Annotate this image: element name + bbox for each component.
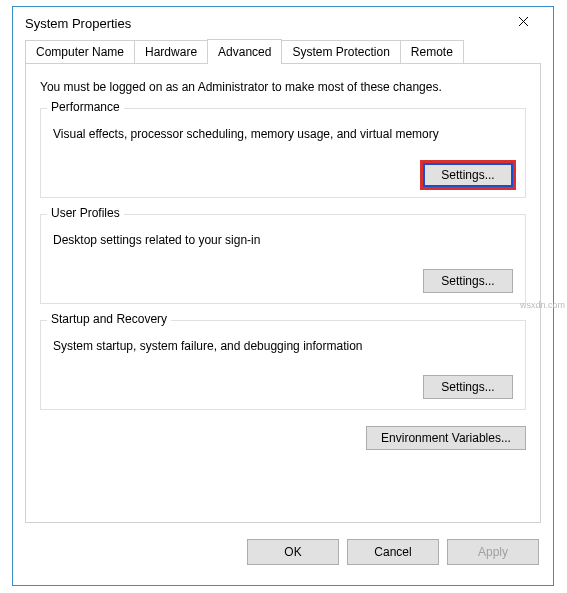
window-title: System Properties <box>25 16 131 31</box>
user-profiles-group: User Profiles Desktop settings related t… <box>40 214 526 304</box>
system-properties-dialog: System Properties A PUALS Computer Name … <box>12 6 554 586</box>
intro-text: You must be logged on as an Administrato… <box>40 80 526 94</box>
dialog-button-bar: OK Cancel Apply <box>13 531 553 575</box>
user-profiles-legend: User Profiles <box>47 206 124 220</box>
close-button[interactable] <box>503 9 543 37</box>
ok-button[interactable]: OK <box>247 539 339 565</box>
performance-desc: Visual effects, processor scheduling, me… <box>53 127 513 141</box>
tab-remote[interactable]: Remote <box>400 40 464 63</box>
startup-recovery-settings-button[interactable]: Settings... <box>423 375 513 399</box>
tab-strip: Computer Name Hardware Advanced System P… <box>13 39 553 63</box>
startup-recovery-legend: Startup and Recovery <box>47 312 171 326</box>
performance-group: Performance Visual effects, processor sc… <box>40 108 526 198</box>
advanced-tab-panel: You must be logged on as an Administrato… <box>25 63 541 523</box>
startup-recovery-desc: System startup, system failure, and debu… <box>53 339 513 353</box>
environment-variables-button[interactable]: Environment Variables... <box>366 426 526 450</box>
tab-system-protection[interactable]: System Protection <box>281 40 400 63</box>
source-credit: wsxdn.com <box>520 300 565 310</box>
startup-recovery-group: Startup and Recovery System startup, sys… <box>40 320 526 410</box>
tab-hardware[interactable]: Hardware <box>134 40 208 63</box>
user-profiles-desc: Desktop settings related to your sign-in <box>53 233 513 247</box>
close-icon <box>518 16 529 30</box>
cancel-button[interactable]: Cancel <box>347 539 439 565</box>
user-profiles-settings-button[interactable]: Settings... <box>423 269 513 293</box>
tab-advanced[interactable]: Advanced <box>207 39 282 64</box>
apply-button: Apply <box>447 539 539 565</box>
titlebar: System Properties <box>13 7 553 39</box>
tab-computer-name[interactable]: Computer Name <box>25 40 135 63</box>
performance-settings-button[interactable]: Settings... <box>423 163 513 187</box>
performance-legend: Performance <box>47 100 124 114</box>
